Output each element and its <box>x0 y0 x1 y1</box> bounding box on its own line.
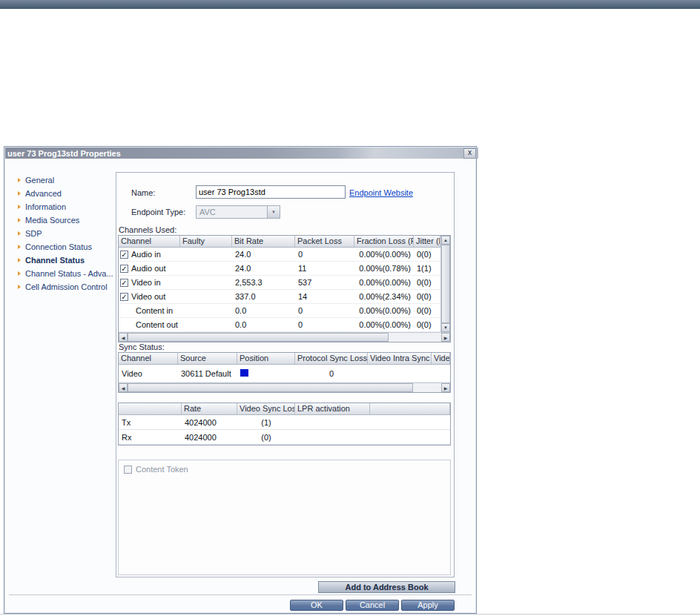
table-row-audio-in[interactable]: Audio in 24.0 0 0.00%(0.00%) 0(0) <box>119 248 440 262</box>
table-cell: Rx <box>119 433 182 442</box>
table-cell: 14 <box>295 292 354 301</box>
name-input[interactable] <box>196 185 346 199</box>
channel-checkbox[interactable] <box>120 293 128 301</box>
sidebar-item-general[interactable]: General <box>18 173 116 187</box>
dropdown-arrow-icon: ▼ <box>267 206 280 218</box>
table-cell: 0.0 <box>232 306 295 315</box>
scroll-left-icon[interactable]: ◀ <box>119 333 128 342</box>
column-header-video-r: Video R <box>432 353 450 364</box>
chevron-right-icon <box>18 285 21 289</box>
sidebar-item-media-sources[interactable]: Media Sources <box>18 213 116 227</box>
scroll-down-icon[interactable]: ▼ <box>441 323 450 332</box>
endpoint-type-select[interactable]: AVC ▼ <box>196 205 280 219</box>
table-cell: Video in <box>119 278 180 287</box>
column-header-lpr-activation: LPR activation <box>295 403 370 414</box>
table-row-video-in[interactable]: Video in 2,553.3 537 0.00%(0.00%) 0(0) <box>119 276 440 290</box>
sidebar-item-label: Advanced <box>25 189 62 198</box>
table-cell: 537 <box>295 278 354 287</box>
table-cell: 0.00%(0.00%) <box>354 320 414 329</box>
sync-status-label: Sync Status: <box>119 342 165 351</box>
table-row-content-in[interactable]: Content in 0.0 0 0.00%(0.00%) 0(0) <box>119 304 440 318</box>
column-header-rate: Rate <box>182 403 237 414</box>
scroll-right-icon[interactable]: ▶ <box>441 383 450 392</box>
table-row-content-out[interactable]: Content out 0.0 0 0.00%(0.00%) 0(0) <box>119 318 440 332</box>
scrollbar-thumb[interactable] <box>441 245 450 323</box>
chevron-right-icon <box>18 205 21 209</box>
vertical-scrollbar[interactable]: ▲ ▼ <box>440 236 450 332</box>
column-header-fraction-loss: Fraction Loss (Pe <box>354 236 414 247</box>
sidebar-item-sdp[interactable]: SDP <box>18 227 116 240</box>
channels-table: Channel Faulty Bit Rate Packet Loss Frac… <box>118 235 451 342</box>
sidebar-item-advanced[interactable]: Advanced <box>18 187 116 200</box>
table-cell: 2,553.3 <box>232 278 295 287</box>
table-cell: (1) <box>237 418 295 427</box>
sidebar-item-label: Channel Status <box>25 256 85 265</box>
scroll-up-icon[interactable]: ▲ <box>441 236 450 245</box>
horizontal-scrollbar[interactable]: ◀ ▶ <box>119 382 450 392</box>
table-row-rx[interactable]: Rx 4024000 (0) <box>119 430 450 445</box>
column-header-channel: Channel <box>119 236 180 247</box>
position-color-swatch <box>240 369 248 377</box>
table-cell: 24.0 <box>232 264 295 273</box>
table-cell: 11 <box>295 264 354 273</box>
column-header-video-intra-sync: Video Intra Sync <box>368 353 432 364</box>
page-bottom-edge <box>0 614 700 615</box>
horizontal-scrollbar[interactable]: ◀ ▶ <box>119 332 450 342</box>
table-cell: 30611 Default <box>178 369 237 378</box>
column-header-blank <box>370 403 450 414</box>
cancel-button[interactable]: Cancel <box>346 600 399 611</box>
scroll-left-icon[interactable]: ◀ <box>119 383 128 392</box>
ok-button[interactable]: OK <box>290 600 343 611</box>
column-header-bit-rate: Bit Rate <box>232 236 295 247</box>
sidebar-item-cell-admission-control[interactable]: Cell Admission Control <box>18 280 116 294</box>
add-to-address-book-button[interactable]: Add to Address Book <box>318 581 455 593</box>
channel-checkbox[interactable] <box>120 279 128 287</box>
chevron-right-icon <box>18 191 21 196</box>
sidebar: General Advanced Information Media Sourc… <box>18 173 116 294</box>
sidebar-item-information[interactable]: Information <box>18 200 116 213</box>
footer-divider <box>9 595 472 596</box>
top-banner <box>0 0 700 9</box>
sidebar-item-channel-status-advanced[interactable]: Channel Status - Adva... <box>18 267 116 280</box>
channel-name: Audio in <box>131 250 161 259</box>
chevron-right-icon <box>18 218 21 222</box>
table-cell: 0.00%(2.34%) <box>354 292 414 301</box>
chevron-right-icon <box>18 258 21 262</box>
scrollbar-thumb[interactable] <box>128 383 413 392</box>
table-cell: 0(0) <box>414 278 440 287</box>
dialog-titlebar[interactable]: user 73 Prog13std Properties x <box>5 148 478 159</box>
properties-dialog: user 73 Prog13std Properties x General A… <box>4 146 477 614</box>
apply-button[interactable]: Apply <box>401 600 455 611</box>
chevron-right-icon <box>18 271 21 276</box>
endpoint-website-link[interactable]: Endpoint Website <box>349 188 413 197</box>
sidebar-item-channel-status[interactable]: Channel Status <box>18 254 116 267</box>
chevron-right-icon <box>18 231 21 236</box>
table-row-audio-out[interactable]: Audio out 24.0 11 0.00%(0.78%) 1(1) <box>119 262 440 276</box>
sync-table-header: Channel Source Position Protocol Sync Lo… <box>119 353 450 365</box>
close-icon[interactable]: x <box>463 148 476 159</box>
sidebar-item-connection-status[interactable]: Connection Status <box>18 240 116 254</box>
scroll-right-icon[interactable]: ▶ <box>441 333 450 342</box>
table-cell: Tx <box>119 418 182 427</box>
scrollbar-thumb[interactable] <box>128 333 389 342</box>
table-row-tx[interactable]: Tx 4024000 (1) <box>119 415 450 430</box>
column-header-packet-loss: Packet Loss <box>295 236 354 247</box>
content-token-checkbox[interactable] <box>124 466 132 474</box>
content-token-control[interactable]: Content Token <box>124 465 188 474</box>
table-cell: 24.0 <box>232 250 295 259</box>
channel-checkbox[interactable] <box>120 251 128 259</box>
channel-checkbox[interactable] <box>120 265 128 273</box>
table-row-video-out[interactable]: Video out 337.0 14 0.00%(2.34%) 0(0) <box>119 290 440 304</box>
sidebar-item-label: Channel Status - Adva... <box>25 269 113 278</box>
rate-table: Rate Video Sync Loss LPR activation Tx 4… <box>118 403 451 446</box>
column-header-blank <box>119 403 182 414</box>
table-cell: (0) <box>237 433 295 442</box>
table-cell: 0(0) <box>414 320 440 329</box>
channel-name: Audio out <box>131 264 165 273</box>
table-row-video-sync[interactable]: Video 30611 Default 0 <box>119 365 450 382</box>
table-cell: 337.0 <box>232 292 295 301</box>
channel-name: Video in <box>131 278 161 287</box>
content-token-label: Content Token <box>136 465 188 474</box>
table-cell: 0 <box>295 320 354 329</box>
table-cell: 1(1) <box>414 264 440 273</box>
